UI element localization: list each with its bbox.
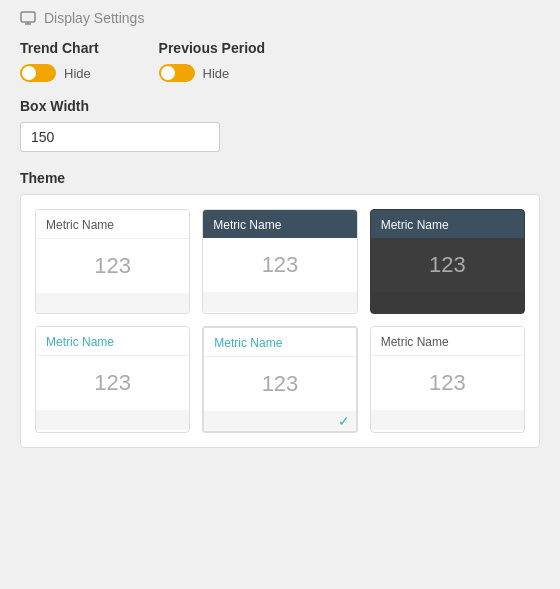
- theme-card-6[interactable]: Metric Name 123: [370, 326, 525, 433]
- card-6-value: 123: [371, 356, 524, 410]
- trend-chart-label: Trend Chart: [20, 40, 99, 56]
- card-2-footer: [203, 292, 356, 312]
- theme-card-3[interactable]: Metric Name 123: [370, 209, 525, 314]
- theme-label: Theme: [20, 170, 540, 186]
- card-5-footer: ✓: [204, 411, 355, 431]
- theme-grid: Metric Name 123 Metric Name 123 Metric N…: [20, 194, 540, 448]
- card-3-header: Metric Name: [371, 210, 524, 238]
- card-3-value: 123: [371, 238, 524, 292]
- card-4-footer: [36, 410, 189, 430]
- box-width-label: Box Width: [20, 98, 540, 114]
- theme-card-5[interactable]: Metric Name 123 ✓: [202, 326, 357, 433]
- card-6-header: Metric Name: [371, 327, 524, 356]
- theme-card-4[interactable]: Metric Name 123: [35, 326, 190, 433]
- panel-title: Display Settings: [44, 10, 144, 26]
- previous-period-toggle-label: Hide: [203, 66, 230, 81]
- selected-checkmark: ✓: [338, 413, 350, 429]
- card-2-header: Metric Name: [203, 210, 356, 238]
- card-6-footer: [371, 410, 524, 430]
- card-4-header: Metric Name: [36, 327, 189, 356]
- panel-header: Display Settings: [20, 10, 540, 26]
- theme-card-1[interactable]: Metric Name 123: [35, 209, 190, 314]
- card-3-footer: [371, 292, 524, 312]
- svg-rect-0: [21, 12, 35, 22]
- display-icon: [20, 10, 36, 26]
- card-4-value: 123: [36, 356, 189, 410]
- trend-chart-toggle-label: Hide: [64, 66, 91, 81]
- card-5-header: Metric Name: [204, 328, 355, 357]
- card-2-value: 123: [203, 238, 356, 292]
- previous-period-label: Previous Period: [159, 40, 266, 56]
- trend-chart-toggle[interactable]: [20, 64, 56, 82]
- card-1-value: 123: [36, 239, 189, 293]
- theme-card-2[interactable]: Metric Name 123: [202, 209, 357, 314]
- box-width-input[interactable]: [20, 122, 220, 152]
- card-5-value: 123: [204, 357, 355, 411]
- previous-period-toggle[interactable]: [159, 64, 195, 82]
- card-1-header: Metric Name: [36, 210, 189, 239]
- card-1-footer: [36, 293, 189, 313]
